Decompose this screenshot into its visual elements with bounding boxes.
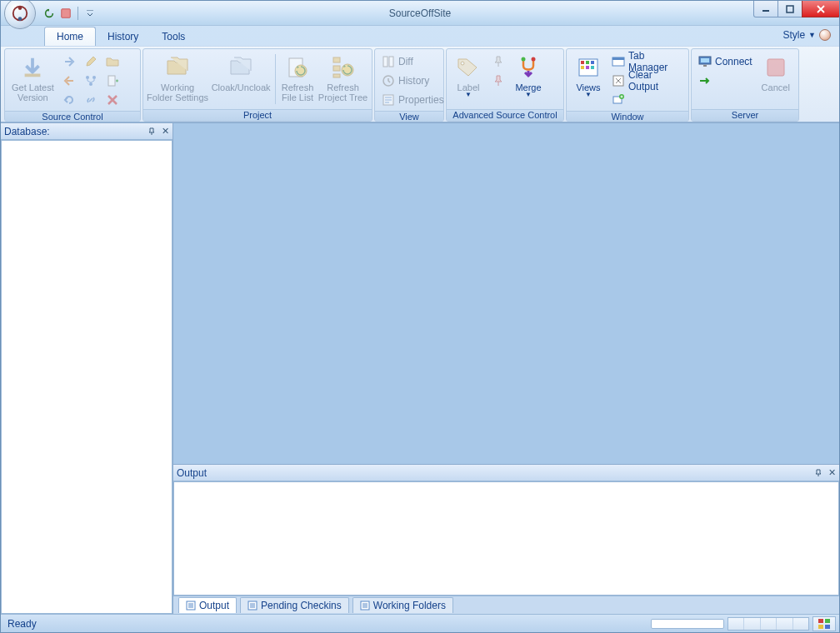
- status-tray-button[interactable]: [812, 616, 836, 631]
- view-switcher[interactable]: [728, 617, 809, 631]
- properties-button[interactable]: Properties: [378, 91, 448, 109]
- diff-button[interactable]: Diff: [378, 52, 448, 71]
- refresh-small-icon: [43, 7, 55, 19]
- pin-panel-button[interactable]: [146, 126, 158, 137]
- maximize-button[interactable]: [778, 1, 802, 17]
- history-button[interactable]: History: [378, 72, 448, 90]
- new-window-button[interactable]: [608, 91, 685, 109]
- style-orb-icon: [819, 29, 831, 41]
- list-icon: [248, 601, 258, 611]
- add-file-button[interactable]: [102, 72, 122, 90]
- clock-icon: [382, 74, 395, 87]
- progress-indicator: [651, 619, 724, 629]
- bottom-tab-strip: Output Pending Checkins Working Folders: [173, 596, 839, 614]
- working-folder-settings-button[interactable]: Working Folder Settings: [147, 51, 208, 107]
- properties-icon: [382, 93, 395, 107]
- svg-rect-37: [701, 58, 709, 62]
- close-icon: [816, 5, 826, 13]
- cancel-stop-icon: [765, 57, 787, 78]
- bottom-tab-pending-checkins[interactable]: Pending Checkins: [240, 597, 349, 613]
- svg-rect-13: [333, 57, 340, 62]
- svg-rect-25: [581, 61, 584, 64]
- database-tree-view[interactable]: [1, 140, 172, 614]
- pin-panel-button[interactable]: [812, 467, 824, 479]
- cloak-folders-icon: [228, 56, 254, 79]
- group-server: Connect Cancel Server: [691, 48, 799, 122]
- refresh-tree-icon: [332, 56, 355, 79]
- diff-icon: [382, 55, 395, 68]
- close-button[interactable]: [802, 1, 840, 17]
- cancel-button[interactable]: Cancel: [758, 51, 794, 107]
- bottom-tab-working-folders[interactable]: Working Folders: [352, 597, 453, 613]
- file-plus-icon: [106, 74, 119, 87]
- folder-icon: [106, 55, 119, 68]
- refresh-project-tree-button[interactable]: Refresh Project Tree: [318, 51, 368, 107]
- svg-rect-32: [612, 57, 624, 60]
- group-project: Working Folder Settings Cloak/Uncloak Re…: [142, 48, 372, 122]
- reconnect-button[interactable]: [695, 72, 756, 90]
- add-folder-button[interactable]: [102, 52, 122, 71]
- branch-button[interactable]: [81, 72, 101, 90]
- reconnect-arrow-icon: [698, 74, 712, 87]
- group-view: Diff History Properties View: [374, 48, 444, 122]
- tray-icon: [818, 618, 831, 630]
- right-area: Output ✕ Output Pending Checkins Working…: [173, 123, 839, 614]
- minimize-button[interactable]: [753, 1, 778, 17]
- client-area: Database: ✕ Output ✕ Output Pending Chec…: [1, 122, 839, 614]
- svg-point-9: [89, 82, 92, 86]
- tab-tools[interactable]: Tools: [150, 27, 197, 46]
- views-button[interactable]: Views ▼: [570, 51, 607, 107]
- style-label: Style: [782, 29, 805, 41]
- svg-rect-15: [333, 74, 340, 77]
- svg-rect-44: [825, 619, 830, 623]
- download-arrow-icon: [20, 55, 45, 80]
- output-text-area[interactable]: [173, 481, 839, 596]
- merge-button[interactable]: Merge ▼: [510, 51, 547, 107]
- qat-customize-button[interactable]: [83, 7, 97, 20]
- group-label: View: [375, 111, 443, 122]
- app-orb-button[interactable]: [4, 0, 36, 29]
- checkin-button[interactable]: [59, 72, 79, 90]
- tab-home[interactable]: Home: [44, 27, 96, 46]
- svg-point-7: [86, 76, 89, 79]
- clear-icon: [612, 74, 625, 87]
- tab-manager-button[interactable]: Tab Manager: [608, 52, 685, 71]
- style-menu[interactable]: Style ▼: [782, 29, 831, 41]
- branch-icon: [84, 74, 98, 87]
- qat-stop-button[interactable]: [59, 7, 72, 20]
- delete-button[interactable]: [102, 91, 122, 109]
- close-panel-button[interactable]: ✕: [826, 467, 838, 479]
- cloak-uncloak-button[interactable]: Cloak/Uncloak: [210, 51, 272, 107]
- edit-button[interactable]: [81, 52, 101, 71]
- separator: [275, 54, 276, 104]
- svg-point-8: [92, 76, 96, 79]
- undo-checkout-button[interactable]: [59, 91, 79, 109]
- refresh-file-list-button[interactable]: Refresh File List: [279, 51, 316, 107]
- svg-rect-38: [703, 65, 707, 67]
- output-panel-title: Output: [177, 467, 207, 479]
- database-panel-header[interactable]: Database: ✕: [1, 123, 172, 140]
- close-panel-button[interactable]: ✕: [159, 126, 171, 137]
- chevron-down-icon: ▼: [585, 91, 592, 98]
- pushpin-icon: [148, 127, 156, 136]
- output-panel-header[interactable]: Output ✕: [173, 465, 839, 481]
- svg-rect-27: [591, 61, 594, 64]
- bottom-tab-output[interactable]: Output: [178, 597, 237, 613]
- pin-icon: [492, 55, 505, 68]
- refresh-file-icon: [286, 56, 309, 79]
- monitor-icon: [698, 55, 712, 68]
- unpin-button[interactable]: [488, 72, 508, 90]
- qat-refresh-button[interactable]: [42, 7, 56, 20]
- checkout-button[interactable]: [59, 52, 79, 71]
- get-latest-version-button[interactable]: Get Latest Version: [8, 51, 58, 107]
- label-button[interactable]: Label ▼: [450, 51, 487, 107]
- pin-button[interactable]: [488, 52, 508, 71]
- connect-button[interactable]: Connect: [695, 52, 756, 71]
- svg-rect-45: [818, 625, 823, 629]
- clear-output-button[interactable]: Clear Output: [608, 72, 685, 90]
- pencil-icon: [84, 55, 98, 68]
- share-button[interactable]: [81, 91, 101, 109]
- tab-history[interactable]: History: [96, 27, 150, 46]
- chevron-down-icon: [87, 10, 93, 17]
- title-bar: SourceOffSite: [1, 1, 839, 26]
